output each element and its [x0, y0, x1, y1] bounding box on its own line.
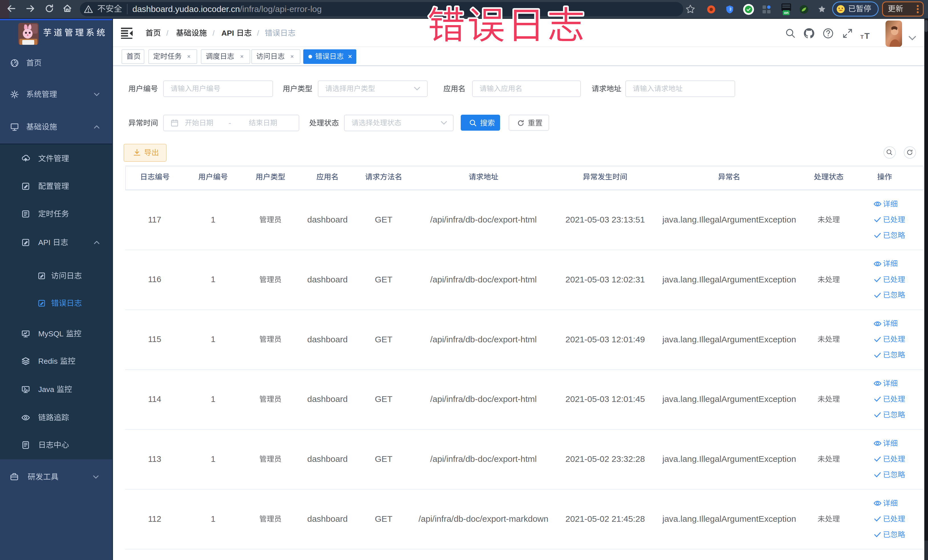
svg-text:/: / — [166, 29, 169, 37]
svg-text:/: / — [212, 29, 215, 37]
svg-text:T: T — [864, 31, 870, 40]
svg-text:Redis: Redis — [38, 357, 58, 365]
svg-text:on: on — [784, 11, 789, 15]
svg-text:MySQL: MySQL — [38, 330, 64, 338]
svg-text:T: T — [860, 34, 864, 40]
svg-text:API: API — [38, 238, 50, 247]
svg-text:Java: Java — [38, 385, 54, 394]
svg-text:/: / — [257, 29, 259, 37]
svg-text:API: API — [221, 29, 234, 37]
